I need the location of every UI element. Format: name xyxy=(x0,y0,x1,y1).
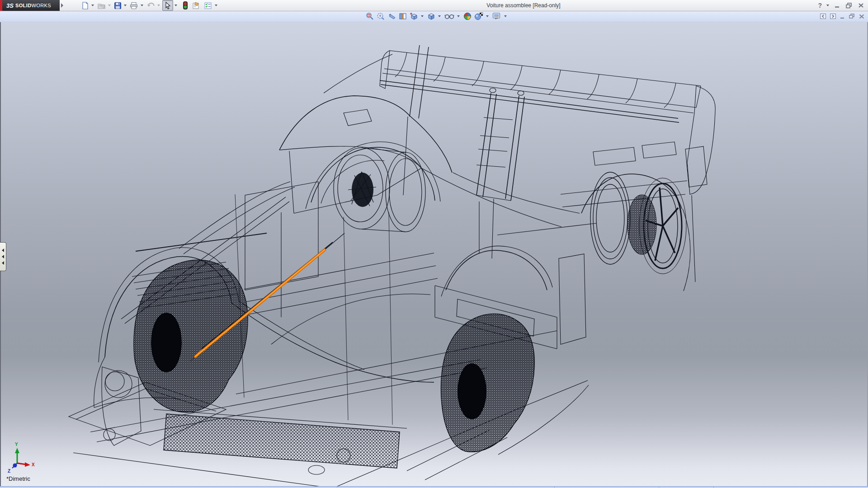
view-orientation-dropdown-icon[interactable] xyxy=(421,15,424,17)
undo-icon xyxy=(146,2,155,9)
solidworks-window: 3S SOLIDWORKS xyxy=(0,0,868,488)
print-dropdown-icon[interactable] xyxy=(141,5,143,6)
print-button[interactable] xyxy=(129,0,139,10)
display-style-button[interactable] xyxy=(426,11,437,21)
previous-view-button[interactable] xyxy=(386,11,397,21)
collapse-arrow-icon xyxy=(2,249,4,252)
new-document-button[interactable] xyxy=(80,0,90,10)
hide-show-items-icon xyxy=(444,13,454,20)
document-title: Voiture assomblee [Read-only] xyxy=(486,0,560,11)
front-left-tire xyxy=(134,260,248,412)
feature-manager-collapsed-tab[interactable] xyxy=(0,242,6,271)
help-icon[interactable]: ? xyxy=(818,2,822,9)
previous-view-icon xyxy=(387,12,396,20)
status-bar xyxy=(0,486,868,488)
orientation-triad xyxy=(12,448,30,468)
view-settings-icon xyxy=(492,12,501,20)
collapse-arrow-icon xyxy=(2,255,4,258)
view-orientation-icon xyxy=(410,12,418,20)
save-dropdown-icon[interactable] xyxy=(124,5,127,6)
file-properties-button[interactable] xyxy=(191,0,201,10)
select-cursor-icon xyxy=(164,1,172,9)
zoom-to-fit-button[interactable] xyxy=(364,11,375,21)
split-left-icon[interactable] xyxy=(820,14,826,19)
help-dropdown-icon[interactable] xyxy=(826,5,829,6)
new-dropdown-icon[interactable] xyxy=(91,5,94,6)
new-document-icon xyxy=(81,2,89,9)
file-properties-icon xyxy=(192,2,200,9)
apply-scene-button[interactable] xyxy=(473,11,485,21)
rear-left-tire xyxy=(441,314,535,452)
close-icon[interactable] xyxy=(859,14,864,19)
split-right-icon[interactable] xyxy=(830,14,836,19)
view-settings-button[interactable] xyxy=(491,11,503,21)
triad-y-label: Y xyxy=(15,442,18,447)
brand-solid: SOLID xyxy=(15,3,32,8)
display-style-dropdown-icon[interactable] xyxy=(438,15,441,17)
radiator-mesh xyxy=(164,414,400,468)
collapse-arrow-icon xyxy=(2,261,4,265)
zoom-to-area-icon xyxy=(377,12,385,20)
options-dropdown-icon[interactable] xyxy=(215,5,217,6)
menu-flyout-arrow-icon[interactable] xyxy=(61,3,63,8)
standard-toolbar xyxy=(80,0,220,11)
document-window-controls xyxy=(820,11,864,22)
hide-show-items-button[interactable] xyxy=(443,11,456,21)
select-tool-button[interactable] xyxy=(162,0,173,11)
options-button[interactable] xyxy=(203,0,213,10)
minimize-button[interactable] xyxy=(834,2,841,9)
save-button[interactable] xyxy=(113,0,123,10)
select-dropdown-icon[interactable] xyxy=(175,5,177,6)
options-list-icon xyxy=(204,2,212,9)
brand-works: WORKS xyxy=(32,3,52,8)
zoom-to-fit-icon xyxy=(366,12,374,20)
close-button[interactable] xyxy=(857,2,864,9)
title-bar: 3S SOLIDWORKS xyxy=(0,0,868,11)
section-view-icon xyxy=(399,12,407,20)
solidworks-logo[interactable]: 3S SOLIDWORKS xyxy=(0,0,60,11)
headsup-view-toolbar xyxy=(364,11,509,22)
brand-mark: 3S xyxy=(6,2,14,9)
traffic-light-rebuild-icon xyxy=(183,1,188,9)
triad-z-label: Z xyxy=(8,469,10,474)
apply-scene-icon xyxy=(474,12,483,20)
undo-button[interactable] xyxy=(146,0,156,10)
triad-x-label: X xyxy=(32,462,35,467)
section-view-button[interactable] xyxy=(397,11,408,21)
window-controls: ? xyxy=(818,0,864,11)
edit-appearance-icon xyxy=(463,12,472,20)
save-icon xyxy=(114,2,122,9)
view-settings-dropdown-icon[interactable] xyxy=(504,15,507,17)
restore-icon[interactable] xyxy=(849,14,855,19)
open-dropdown-icon[interactable] xyxy=(108,5,111,6)
minimize-icon[interactable] xyxy=(840,14,845,19)
view-orientation-button[interactable] xyxy=(408,11,420,21)
apply-scene-dropdown-icon[interactable] xyxy=(486,15,489,17)
open-folder-icon xyxy=(97,2,106,9)
rebuild-button[interactable] xyxy=(182,0,189,10)
headsup-toolbar-row xyxy=(0,11,868,22)
undo-dropdown-icon[interactable] xyxy=(157,5,160,6)
wireframe-race-car-model[interactable] xyxy=(0,0,868,488)
zoom-to-area-button[interactable] xyxy=(375,11,386,21)
view-orientation-label: *Dimetric xyxy=(6,475,30,482)
edit-appearance-button[interactable] xyxy=(462,11,473,21)
display-style-icon xyxy=(427,12,435,20)
print-icon xyxy=(130,2,138,9)
open-button[interactable] xyxy=(96,0,107,10)
restore-button[interactable] xyxy=(845,2,853,9)
hide-show-dropdown-icon[interactable] xyxy=(457,15,460,17)
